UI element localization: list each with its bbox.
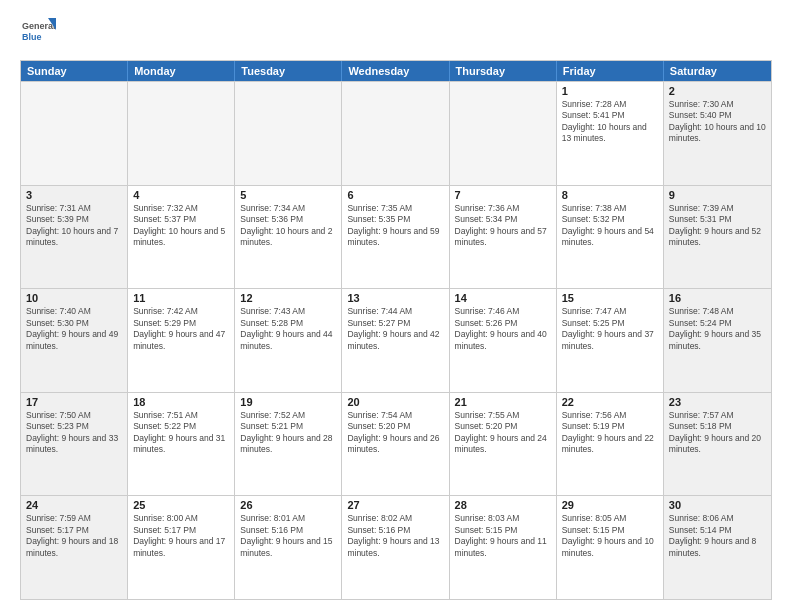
day-cell-12: 12Sunrise: 7:43 AMSunset: 5:28 PMDayligh… [235, 289, 342, 392]
calendar: SundayMondayTuesdayWednesdayThursdayFrid… [20, 60, 772, 600]
day-info: Sunrise: 7:48 AMSunset: 5:24 PMDaylight:… [669, 306, 766, 352]
calendar-row-2: 3Sunrise: 7:31 AMSunset: 5:39 PMDaylight… [21, 185, 771, 289]
day-info: Sunrise: 7:35 AMSunset: 5:35 PMDaylight:… [347, 203, 443, 249]
day-cell-30: 30Sunrise: 8:06 AMSunset: 5:14 PMDayligh… [664, 496, 771, 599]
day-info: Sunrise: 8:06 AMSunset: 5:14 PMDaylight:… [669, 513, 766, 559]
day-cell-25: 25Sunrise: 8:00 AMSunset: 5:17 PMDayligh… [128, 496, 235, 599]
day-number: 19 [240, 396, 336, 408]
day-cell-29: 29Sunrise: 8:05 AMSunset: 5:15 PMDayligh… [557, 496, 664, 599]
day-cell-4: 4Sunrise: 7:32 AMSunset: 5:37 PMDaylight… [128, 186, 235, 289]
day-info: Sunrise: 7:42 AMSunset: 5:29 PMDaylight:… [133, 306, 229, 352]
empty-cell [235, 82, 342, 185]
day-info: Sunrise: 7:50 AMSunset: 5:23 PMDaylight:… [26, 410, 122, 456]
day-number: 24 [26, 499, 122, 511]
day-cell-7: 7Sunrise: 7:36 AMSunset: 5:34 PMDaylight… [450, 186, 557, 289]
day-cell-21: 21Sunrise: 7:55 AMSunset: 5:20 PMDayligh… [450, 393, 557, 496]
day-number: 26 [240, 499, 336, 511]
day-number: 23 [669, 396, 766, 408]
day-cell-2: 2Sunrise: 7:30 AMSunset: 5:40 PMDaylight… [664, 82, 771, 185]
day-cell-24: 24Sunrise: 7:59 AMSunset: 5:17 PMDayligh… [21, 496, 128, 599]
day-number: 12 [240, 292, 336, 304]
day-info: Sunrise: 8:02 AMSunset: 5:16 PMDaylight:… [347, 513, 443, 559]
day-number: 6 [347, 189, 443, 201]
day-number: 29 [562, 499, 658, 511]
day-number: 16 [669, 292, 766, 304]
day-info: Sunrise: 7:51 AMSunset: 5:22 PMDaylight:… [133, 410, 229, 456]
day-info: Sunrise: 7:34 AMSunset: 5:36 PMDaylight:… [240, 203, 336, 249]
day-info: Sunrise: 7:32 AMSunset: 5:37 PMDaylight:… [133, 203, 229, 249]
day-info: Sunrise: 7:46 AMSunset: 5:26 PMDaylight:… [455, 306, 551, 352]
day-cell-22: 22Sunrise: 7:56 AMSunset: 5:19 PMDayligh… [557, 393, 664, 496]
day-info: Sunrise: 7:54 AMSunset: 5:20 PMDaylight:… [347, 410, 443, 456]
calendar-row-5: 24Sunrise: 7:59 AMSunset: 5:17 PMDayligh… [21, 495, 771, 599]
day-number: 10 [26, 292, 122, 304]
day-info: Sunrise: 7:56 AMSunset: 5:19 PMDaylight:… [562, 410, 658, 456]
day-number: 15 [562, 292, 658, 304]
day-number: 18 [133, 396, 229, 408]
day-number: 21 [455, 396, 551, 408]
day-cell-28: 28Sunrise: 8:03 AMSunset: 5:15 PMDayligh… [450, 496, 557, 599]
logo-svg: General Blue [20, 16, 56, 52]
day-info: Sunrise: 7:57 AMSunset: 5:18 PMDaylight:… [669, 410, 766, 456]
day-number: 4 [133, 189, 229, 201]
day-info: Sunrise: 7:38 AMSunset: 5:32 PMDaylight:… [562, 203, 658, 249]
day-number: 22 [562, 396, 658, 408]
day-info: Sunrise: 7:59 AMSunset: 5:17 PMDaylight:… [26, 513, 122, 559]
day-info: Sunrise: 7:31 AMSunset: 5:39 PMDaylight:… [26, 203, 122, 249]
svg-text:Blue: Blue [22, 32, 42, 42]
day-cell-26: 26Sunrise: 8:01 AMSunset: 5:16 PMDayligh… [235, 496, 342, 599]
day-info: Sunrise: 7:30 AMSunset: 5:40 PMDaylight:… [669, 99, 766, 145]
day-info: Sunrise: 8:05 AMSunset: 5:15 PMDaylight:… [562, 513, 658, 559]
day-number: 14 [455, 292, 551, 304]
empty-cell [128, 82, 235, 185]
svg-text:General: General [22, 21, 56, 31]
day-info: Sunrise: 7:55 AMSunset: 5:20 PMDaylight:… [455, 410, 551, 456]
day-info: Sunrise: 7:47 AMSunset: 5:25 PMDaylight:… [562, 306, 658, 352]
day-cell-1: 1Sunrise: 7:28 AMSunset: 5:41 PMDaylight… [557, 82, 664, 185]
day-header-tuesday: Tuesday [235, 61, 342, 81]
day-info: Sunrise: 7:52 AMSunset: 5:21 PMDaylight:… [240, 410, 336, 456]
day-header-friday: Friday [557, 61, 664, 81]
day-number: 30 [669, 499, 766, 511]
day-cell-5: 5Sunrise: 7:34 AMSunset: 5:36 PMDaylight… [235, 186, 342, 289]
calendar-body: 1Sunrise: 7:28 AMSunset: 5:41 PMDaylight… [21, 81, 771, 599]
day-cell-19: 19Sunrise: 7:52 AMSunset: 5:21 PMDayligh… [235, 393, 342, 496]
day-number: 20 [347, 396, 443, 408]
day-header-wednesday: Wednesday [342, 61, 449, 81]
day-header-thursday: Thursday [450, 61, 557, 81]
day-header-monday: Monday [128, 61, 235, 81]
day-cell-6: 6Sunrise: 7:35 AMSunset: 5:35 PMDaylight… [342, 186, 449, 289]
day-info: Sunrise: 8:03 AMSunset: 5:15 PMDaylight:… [455, 513, 551, 559]
day-number: 17 [26, 396, 122, 408]
empty-cell [450, 82, 557, 185]
day-header-sunday: Sunday [21, 61, 128, 81]
day-info: Sunrise: 7:28 AMSunset: 5:41 PMDaylight:… [562, 99, 658, 145]
day-info: Sunrise: 7:43 AMSunset: 5:28 PMDaylight:… [240, 306, 336, 352]
day-cell-3: 3Sunrise: 7:31 AMSunset: 5:39 PMDaylight… [21, 186, 128, 289]
day-cell-8: 8Sunrise: 7:38 AMSunset: 5:32 PMDaylight… [557, 186, 664, 289]
day-number: 2 [669, 85, 766, 97]
day-info: Sunrise: 8:00 AMSunset: 5:17 PMDaylight:… [133, 513, 229, 559]
day-info: Sunrise: 7:36 AMSunset: 5:34 PMDaylight:… [455, 203, 551, 249]
day-cell-27: 27Sunrise: 8:02 AMSunset: 5:16 PMDayligh… [342, 496, 449, 599]
empty-cell [342, 82, 449, 185]
day-cell-20: 20Sunrise: 7:54 AMSunset: 5:20 PMDayligh… [342, 393, 449, 496]
calendar-row-4: 17Sunrise: 7:50 AMSunset: 5:23 PMDayligh… [21, 392, 771, 496]
day-header-saturday: Saturday [664, 61, 771, 81]
day-cell-14: 14Sunrise: 7:46 AMSunset: 5:26 PMDayligh… [450, 289, 557, 392]
day-cell-9: 9Sunrise: 7:39 AMSunset: 5:31 PMDaylight… [664, 186, 771, 289]
day-number: 28 [455, 499, 551, 511]
day-cell-16: 16Sunrise: 7:48 AMSunset: 5:24 PMDayligh… [664, 289, 771, 392]
day-info: Sunrise: 7:44 AMSunset: 5:27 PMDaylight:… [347, 306, 443, 352]
day-number: 7 [455, 189, 551, 201]
day-cell-11: 11Sunrise: 7:42 AMSunset: 5:29 PMDayligh… [128, 289, 235, 392]
day-number: 11 [133, 292, 229, 304]
day-number: 3 [26, 189, 122, 201]
day-info: Sunrise: 8:01 AMSunset: 5:16 PMDaylight:… [240, 513, 336, 559]
empty-cell [21, 82, 128, 185]
day-cell-17: 17Sunrise: 7:50 AMSunset: 5:23 PMDayligh… [21, 393, 128, 496]
day-info: Sunrise: 7:39 AMSunset: 5:31 PMDaylight:… [669, 203, 766, 249]
day-cell-23: 23Sunrise: 7:57 AMSunset: 5:18 PMDayligh… [664, 393, 771, 496]
day-number: 5 [240, 189, 336, 201]
day-cell-18: 18Sunrise: 7:51 AMSunset: 5:22 PMDayligh… [128, 393, 235, 496]
